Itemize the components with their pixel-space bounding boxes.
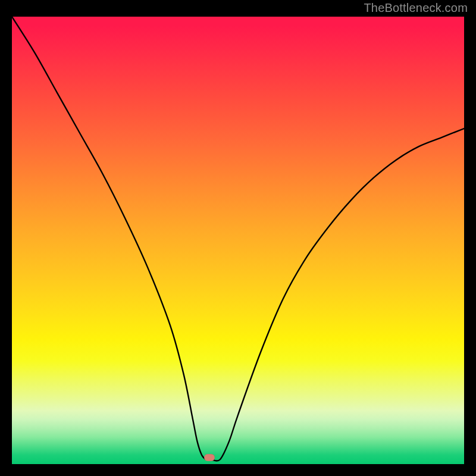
chart-frame: TheBottleneck.com — [0, 0, 476, 476]
bottleneck-curve — [12, 17, 464, 464]
attribution-text: TheBottleneck.com — [364, 1, 468, 15]
plot-area — [12, 17, 464, 464]
optimal-marker — [204, 454, 215, 461]
